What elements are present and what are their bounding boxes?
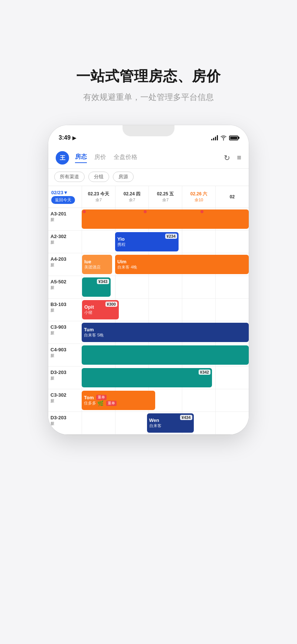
table-row: A2-302 脏 ¥234 Yio 携程 [48,231,249,253]
booking-block[interactable]: Tom 重单 住多多 🌿 重单 [82,391,155,410]
filter-all-channels[interactable]: 所有渠道 [54,172,85,182]
table-row: D3-203 脏 ¥342 [48,367,249,389]
booking-block[interactable]: lue 美团酒店 [82,255,112,274]
date-col-4: 02 [215,186,249,208]
room-cells: lue 美团酒店 Uim 自来客 4晚 [82,253,249,276]
date-col-2: 02.25 五 余7 [148,186,182,208]
status-icons [211,135,238,140]
filter-group[interactable]: 分组 [88,172,109,182]
alert-dot [200,210,203,213]
room-cells [82,208,249,230]
booking-block[interactable]: ¥300 Opit 小猪 [82,300,119,319]
duplicate-badge-2: 重单 [106,401,117,406]
room-label: A5-502 脏 [48,276,82,298]
room-cells: ¥234 Yio 携程 [82,231,249,253]
room-label: C3-302 脏 [48,389,82,412]
room-label: C4-903 脏 [48,344,82,366]
room-cells: Tom 重单 住多多 🌿 重单 [82,389,249,412]
room-cells: ¥300 Opit 小猪 [82,299,249,321]
date-nav[interactable]: 02/23▼ [51,190,79,195]
filter-row: 所有渠道 分组 房源 [48,169,249,186]
booking-block[interactable]: ¥234 Yio 携程 [115,232,179,251]
booking-block[interactable]: Tum 自来客 5晚 [82,323,249,342]
svg-point-0 [223,140,224,140]
signal-icon [211,135,218,140]
location-icon: ▶ [72,135,76,141]
table-row: A5-502 脏 ¥343 [48,276,249,299]
booking-block[interactable]: Uim 自来客 4晚 [115,255,249,274]
avatar[interactable]: 王 [56,151,69,165]
alert-dot [83,210,86,213]
room-cells: ¥343 [82,276,249,298]
battery-icon [229,136,238,140]
tab-room-price[interactable]: 房价 [94,153,106,163]
room-label: A3-201 脏 [48,208,82,230]
refresh-icon[interactable]: ↻ [224,153,230,162]
tab-actions: ↻ ≡ [224,153,241,162]
room-label: C3-903 脏 [48,321,82,344]
booking-block-striped[interactable] [117,277,177,297]
room-label: B3-103 脏 [48,299,82,321]
booking-block[interactable]: ¥434 Wen 自来客 [147,413,194,433]
calendar: 02/23▼ 返回今天 02.23 今天 余7 02.24 四 余7 02.25… [48,186,249,435]
table-row: C4-903 脏 [48,344,249,367]
duplicate-badge: 重单 [96,395,107,400]
tab-room-status[interactable]: 房态 [75,153,87,163]
wifi-icon [220,135,227,140]
table-row: B3-103 脏 ¥300 Opit 小猪 [48,299,249,321]
room-label: D3-203 脏 [48,367,82,389]
tab-bar: 王 房态 房价 全盘价格 ↻ ≡ [48,146,249,169]
table-row: C3-302 脏 Tom 重单 住多多 [48,389,249,412]
table-row: A3-201 脏 [48,208,249,231]
room-label: D3-203 脏 [48,412,82,434]
status-time: 3:49 ▶ [59,134,76,141]
phone-mockup: 3:49 ▶ 王 房态 房价 [48,125,249,435]
room-cells: Tum 自来客 5晚 [82,321,249,344]
status-bar: 3:49 ▶ [48,125,249,146]
date-col-3: 02.26 六 余10 [182,186,215,208]
date-col-1: 02.24 四 余7 [115,186,148,208]
date-col-0: 02.23 今天 余7 [82,186,115,208]
tab-full-price[interactable]: 全盘价格 [114,153,137,163]
room-cells: ¥434 Wen 自来客 [82,412,249,434]
booking-block[interactable]: ¥342 [82,368,212,387]
alert-dot [144,210,147,213]
page-title: 一站式管理房态、房价 [76,67,221,86]
room-label: A4-203 脏 [48,253,82,276]
table-row: D3-203 脏 ¥434 Wen 自来客 [48,412,249,435]
back-today-btn[interactable]: 返回今天 [51,196,75,204]
table-row: A4-203 脏 lue 美团酒店 Uim 自来客 4晚 [48,253,249,276]
leaf-icon: 🌿 [97,400,104,406]
room-cells: ¥342 [82,367,249,389]
table-row: C3-903 脏 Tum 自来客 5晚 [48,321,249,344]
page-subtitle: 有效规避重单，一处管理多平台信息 [83,92,214,103]
booking-block[interactable] [82,345,249,365]
room-label: A2-302 脏 [48,231,82,253]
calendar-header: 02/23▼ 返回今天 02.23 今天 余7 02.24 四 余7 02.25… [48,186,249,208]
menu-icon[interactable]: ≡ [237,153,241,162]
date-nav-col[interactable]: 02/23▼ 返回今天 [48,186,82,208]
room-cells [82,344,249,366]
booking-block[interactable]: ¥343 [82,277,111,297]
filter-room-source[interactable]: 房源 [113,172,134,182]
app-content: 王 房态 房价 全盘价格 ↻ ≡ 所有渠道 分组 房源 02/23▼ 返回今天 [48,146,249,435]
booking-block[interactable] [82,209,249,229]
